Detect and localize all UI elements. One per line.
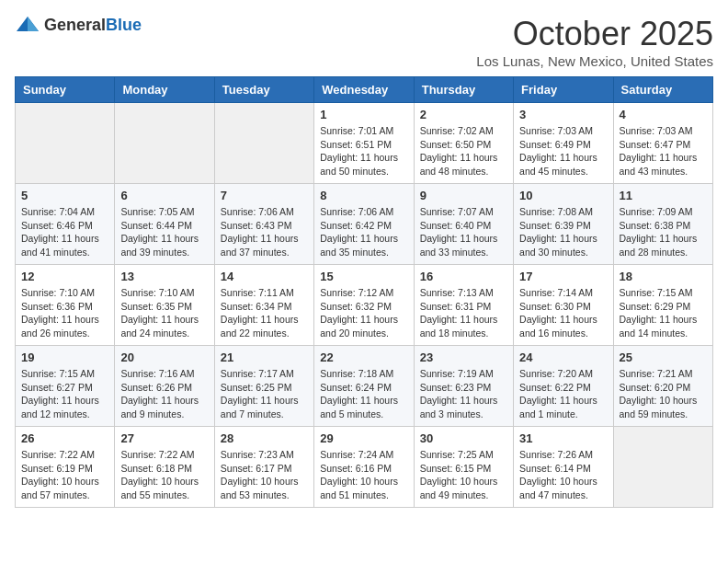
day-number: 11 xyxy=(620,189,707,202)
day-info: Sunrise: 7:24 AM Sunset: 6:16 PM Dayligh… xyxy=(320,448,407,502)
calendar-cell: 6Sunrise: 7:05 AM Sunset: 6:44 PM Daylig… xyxy=(115,184,214,265)
day-info: Sunrise: 7:05 AM Sunset: 6:44 PM Dayligh… xyxy=(120,205,208,259)
week-row-4: 19Sunrise: 7:15 AM Sunset: 6:27 PM Dayli… xyxy=(16,346,713,427)
title-area: October 2025 Los Lunas, New Mexico, Unit… xyxy=(476,15,713,69)
day-info: Sunrise: 7:01 AM Sunset: 6:51 PM Dayligh… xyxy=(320,124,407,178)
day-number: 16 xyxy=(420,270,507,283)
day-info: Sunrise: 7:15 AM Sunset: 6:27 PM Dayligh… xyxy=(21,367,108,421)
calendar-cell: 13Sunrise: 7:10 AM Sunset: 6:35 PM Dayli… xyxy=(115,265,214,346)
calendar-cell: 26Sunrise: 7:22 AM Sunset: 6:19 PM Dayli… xyxy=(16,427,115,508)
calendar-cell: 28Sunrise: 7:23 AM Sunset: 6:17 PM Dayli… xyxy=(214,427,313,508)
day-info: Sunrise: 7:26 AM Sunset: 6:14 PM Dayligh… xyxy=(519,448,607,502)
calendar-header-row: SundayMondayTuesdayWednesdayThursdayFrid… xyxy=(16,77,713,103)
day-number: 2 xyxy=(420,108,507,121)
day-info: Sunrise: 7:19 AM Sunset: 6:23 PM Dayligh… xyxy=(420,367,507,421)
calendar: SundayMondayTuesdayWednesdayThursdayFrid… xyxy=(15,76,713,508)
day-number: 9 xyxy=(420,189,507,202)
day-info: Sunrise: 7:20 AM Sunset: 6:22 PM Dayligh… xyxy=(519,367,607,421)
day-number: 31 xyxy=(519,431,607,445)
day-number: 3 xyxy=(519,108,607,121)
calendar-cell: 2Sunrise: 7:02 AM Sunset: 6:50 PM Daylig… xyxy=(414,103,513,184)
calendar-cell: 25Sunrise: 7:21 AM Sunset: 6:20 PM Dayli… xyxy=(613,346,712,427)
month-title: October 2025 xyxy=(476,15,713,53)
day-number: 24 xyxy=(519,350,607,364)
day-number: 17 xyxy=(519,270,607,283)
calendar-cell: 10Sunrise: 7:08 AM Sunset: 6:39 PM Dayli… xyxy=(514,184,613,265)
calendar-cell: 7Sunrise: 7:06 AM Sunset: 6:43 PM Daylig… xyxy=(214,184,313,265)
day-info: Sunrise: 7:06 AM Sunset: 6:42 PM Dayligh… xyxy=(320,205,407,259)
day-info: Sunrise: 7:11 AM Sunset: 6:34 PM Dayligh… xyxy=(221,286,308,340)
logo: GeneralBlue xyxy=(15,15,142,35)
calendar-cell: 8Sunrise: 7:06 AM Sunset: 6:42 PM Daylig… xyxy=(314,184,414,265)
day-number: 29 xyxy=(320,431,407,445)
header-tuesday: Tuesday xyxy=(214,77,313,103)
day-info: Sunrise: 7:13 AM Sunset: 6:31 PM Dayligh… xyxy=(420,286,507,340)
day-number: 12 xyxy=(21,270,108,283)
calendar-cell xyxy=(16,103,115,184)
week-row-5: 26Sunrise: 7:22 AM Sunset: 6:19 PM Dayli… xyxy=(16,427,713,508)
day-info: Sunrise: 7:10 AM Sunset: 6:35 PM Dayligh… xyxy=(120,286,208,340)
day-number: 15 xyxy=(320,270,407,283)
calendar-cell: 4Sunrise: 7:03 AM Sunset: 6:47 PM Daylig… xyxy=(613,103,712,184)
day-info: Sunrise: 7:25 AM Sunset: 6:15 PM Dayligh… xyxy=(420,448,507,502)
calendar-cell: 20Sunrise: 7:16 AM Sunset: 6:26 PM Dayli… xyxy=(115,346,214,427)
day-number: 7 xyxy=(221,189,308,202)
calendar-cell xyxy=(115,103,214,184)
week-row-3: 12Sunrise: 7:10 AM Sunset: 6:36 PM Dayli… xyxy=(16,265,713,346)
calendar-cell: 22Sunrise: 7:18 AM Sunset: 6:24 PM Dayli… xyxy=(314,346,414,427)
calendar-cell: 24Sunrise: 7:20 AM Sunset: 6:22 PM Dayli… xyxy=(514,346,613,427)
calendar-cell: 17Sunrise: 7:14 AM Sunset: 6:30 PM Dayli… xyxy=(514,265,613,346)
day-number: 14 xyxy=(221,270,308,283)
header: GeneralBlue October 2025 Los Lunas, New … xyxy=(15,15,713,69)
day-number: 22 xyxy=(320,350,407,364)
calendar-cell: 14Sunrise: 7:11 AM Sunset: 6:34 PM Dayli… xyxy=(214,265,313,346)
header-wednesday: Wednesday xyxy=(314,77,414,103)
day-info: Sunrise: 7:10 AM Sunset: 6:36 PM Dayligh… xyxy=(21,286,108,340)
location-title: Los Lunas, New Mexico, United States xyxy=(476,53,713,69)
week-row-2: 5Sunrise: 7:04 AM Sunset: 6:46 PM Daylig… xyxy=(16,184,713,265)
day-info: Sunrise: 7:03 AM Sunset: 6:49 PM Dayligh… xyxy=(519,124,607,178)
logo-icon xyxy=(15,15,40,35)
day-number: 1 xyxy=(320,108,407,121)
day-number: 18 xyxy=(620,270,707,283)
day-info: Sunrise: 7:16 AM Sunset: 6:26 PM Dayligh… xyxy=(120,367,208,421)
calendar-cell xyxy=(613,427,712,508)
calendar-cell: 9Sunrise: 7:07 AM Sunset: 6:40 PM Daylig… xyxy=(414,184,513,265)
calendar-cell xyxy=(214,103,313,184)
day-number: 26 xyxy=(21,431,108,445)
calendar-cell: 19Sunrise: 7:15 AM Sunset: 6:27 PM Dayli… xyxy=(16,346,115,427)
day-info: Sunrise: 7:06 AM Sunset: 6:43 PM Dayligh… xyxy=(221,205,308,259)
day-number: 19 xyxy=(21,350,108,364)
day-number: 5 xyxy=(21,189,108,202)
calendar-cell: 12Sunrise: 7:10 AM Sunset: 6:36 PM Dayli… xyxy=(16,265,115,346)
day-number: 28 xyxy=(221,431,308,445)
day-number: 4 xyxy=(620,108,707,121)
calendar-cell: 16Sunrise: 7:13 AM Sunset: 6:31 PM Dayli… xyxy=(414,265,513,346)
calendar-cell: 11Sunrise: 7:09 AM Sunset: 6:38 PM Dayli… xyxy=(613,184,712,265)
calendar-cell: 30Sunrise: 7:25 AM Sunset: 6:15 PM Dayli… xyxy=(414,427,513,508)
day-info: Sunrise: 7:23 AM Sunset: 6:17 PM Dayligh… xyxy=(221,448,308,502)
day-info: Sunrise: 7:21 AM Sunset: 6:20 PM Dayligh… xyxy=(620,367,707,421)
day-number: 25 xyxy=(620,350,707,364)
header-monday: Monday xyxy=(115,77,214,103)
day-info: Sunrise: 7:09 AM Sunset: 6:38 PM Dayligh… xyxy=(620,205,707,259)
day-number: 6 xyxy=(120,189,208,202)
day-info: Sunrise: 7:22 AM Sunset: 6:19 PM Dayligh… xyxy=(21,448,108,502)
header-friday: Friday xyxy=(514,77,613,103)
day-info: Sunrise: 7:07 AM Sunset: 6:40 PM Dayligh… xyxy=(420,205,507,259)
day-number: 13 xyxy=(120,270,208,283)
calendar-cell: 15Sunrise: 7:12 AM Sunset: 6:32 PM Dayli… xyxy=(314,265,414,346)
header-saturday: Saturday xyxy=(613,77,712,103)
day-info: Sunrise: 7:15 AM Sunset: 6:29 PM Dayligh… xyxy=(620,286,707,340)
day-number: 21 xyxy=(221,350,308,364)
logo-text-general: General xyxy=(44,16,106,34)
calendar-cell: 27Sunrise: 7:22 AM Sunset: 6:18 PM Dayli… xyxy=(115,427,214,508)
day-info: Sunrise: 7:22 AM Sunset: 6:18 PM Dayligh… xyxy=(120,448,208,502)
header-sunday: Sunday xyxy=(16,77,115,103)
day-info: Sunrise: 7:12 AM Sunset: 6:32 PM Dayligh… xyxy=(320,286,407,340)
day-number: 30 xyxy=(420,431,507,445)
calendar-cell: 5Sunrise: 7:04 AM Sunset: 6:46 PM Daylig… xyxy=(16,184,115,265)
day-info: Sunrise: 7:18 AM Sunset: 6:24 PM Dayligh… xyxy=(320,367,407,421)
calendar-cell: 29Sunrise: 7:24 AM Sunset: 6:16 PM Dayli… xyxy=(314,427,414,508)
day-info: Sunrise: 7:14 AM Sunset: 6:30 PM Dayligh… xyxy=(519,286,607,340)
